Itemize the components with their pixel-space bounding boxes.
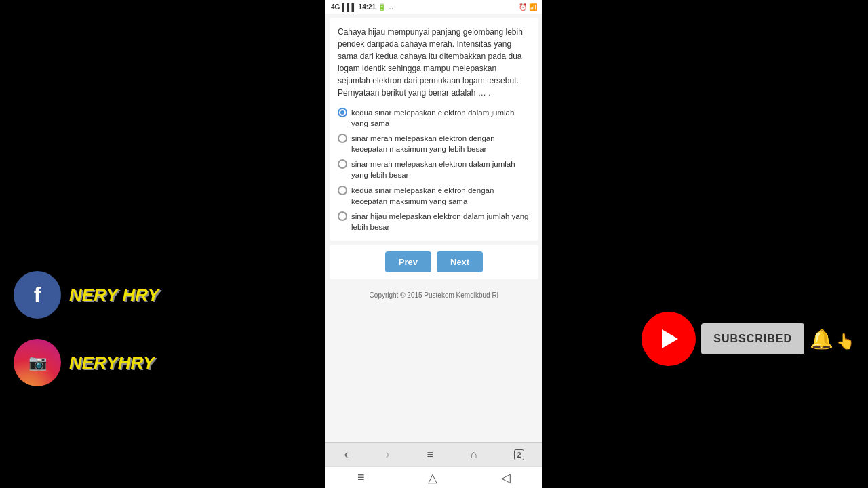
content-area: Cahaya hijau mempunyai panjang gelombang… [326, 14, 542, 442]
youtube-play-icon [662, 329, 678, 348]
instagram-label: NERYHRY [69, 352, 155, 373]
signal-bars: ▌▌▌ [342, 3, 356, 11]
home-nav-icon[interactable]: ⌂ [471, 449, 477, 461]
social-area: f NERY HRY 📷 NERYHRY [14, 271, 159, 386]
tab-count[interactable]: 2 [514, 449, 524, 460]
radio-e[interactable] [338, 211, 347, 221]
signal-icon: 4G [331, 3, 340, 11]
instagram-item: 📷 NERYHRY [14, 339, 159, 386]
forward-nav-icon[interactable]: › [385, 447, 389, 462]
system-nav: ≡ △ ◁ [326, 466, 542, 488]
option-d-text: kedua sinar melepaskan elektron dengan k… [351, 185, 530, 207]
bell-icon: 🔔 [810, 328, 833, 350]
option-e-text: sinar hijau melepaskan elektron dalam ju… [351, 211, 530, 232]
status-left: 4G ▌▌▌ 14:21 🔋 ... [331, 3, 394, 11]
prev-button[interactable]: Prev [385, 251, 431, 272]
option-c-text: sinar merah melepaskan elektron dalam ju… [351, 159, 530, 180]
radio-b[interactable] [338, 134, 347, 143]
copyright-text: Copyright © 2015 Pustekom Kemdikbud RI [326, 283, 542, 307]
system-home-icon[interactable]: △ [428, 470, 437, 485]
system-menu-icon[interactable]: ≡ [357, 470, 365, 485]
option-b[interactable]: sinar merah melepaskan elektron dengan k… [338, 133, 530, 155]
question-text: Cahaya hijau mempunyai panjang gelombang… [338, 26, 530, 99]
next-button[interactable]: Next [437, 251, 483, 272]
option-a-text: kedua sinar melepaskan elektron dalam ju… [351, 107, 530, 129]
radio-c[interactable] [338, 159, 347, 169]
radio-d[interactable] [338, 186, 347, 195]
cursor-icon: 👆 [836, 333, 854, 350]
option-e[interactable]: sinar hijau melepaskan elektron dalam ju… [338, 211, 530, 232]
bell-cursor-area: 🔔 👆 [810, 328, 854, 350]
battery-icon: 🔋 [378, 3, 386, 11]
browser-nav: ‹ › ≡ ⌂ 2 [326, 442, 542, 466]
option-a[interactable]: kedua sinar melepaskan elektron dalam ju… [338, 107, 530, 129]
status-bar: 4G ▌▌▌ 14:21 🔋 ... ⏰ 📶 [326, 0, 542, 14]
wifi-icon: 📶 [529, 3, 537, 11]
more-icon: ... [388, 3, 393, 11]
system-back-icon[interactable]: ◁ [501, 470, 511, 485]
question-card: Cahaya hijau mempunyai panjang gelombang… [330, 18, 538, 241]
youtube-area: SUBSCRIBED 🔔 👆 [642, 312, 854, 366]
subscribed-button[interactable]: SUBSCRIBED [701, 323, 804, 354]
option-c[interactable]: sinar merah melepaskan elektron dalam ju… [338, 159, 530, 180]
alarm-icon: ⏰ [519, 3, 527, 11]
facebook-item: f NERY HRY [14, 271, 159, 319]
facebook-icon: f [14, 271, 61, 319]
menu-nav-icon[interactable]: ≡ [427, 449, 433, 461]
status-right: ⏰ 📶 [519, 3, 537, 11]
instagram-icon: 📷 [14, 339, 61, 386]
nav-buttons-card: Prev Next [330, 245, 538, 279]
back-nav-icon[interactable]: ‹ [344, 447, 348, 462]
youtube-logo [642, 312, 696, 366]
option-d[interactable]: kedua sinar melepaskan elektron dengan k… [338, 185, 530, 207]
option-b-text: sinar merah melepaskan elektron dengan k… [351, 133, 530, 155]
phone-screen: 4G ▌▌▌ 14:21 🔋 ... ⏰ 📶 Cahaya hijau memp… [326, 0, 542, 488]
radio-a[interactable] [338, 108, 347, 117]
options-list: kedua sinar melepaskan elektron dalam ju… [338, 107, 530, 232]
time-display: 14:21 [359, 3, 376, 11]
facebook-label: NERY HRY [69, 285, 159, 306]
